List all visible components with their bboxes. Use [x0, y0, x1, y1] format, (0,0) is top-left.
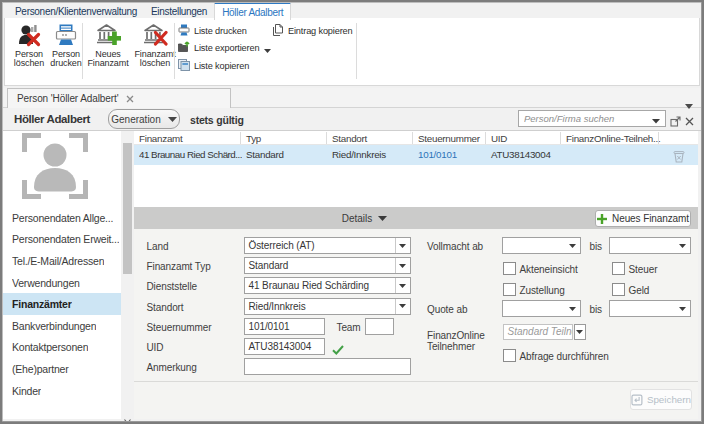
chevron-down-icon: [395, 238, 410, 253]
land-label: Land: [147, 241, 169, 252]
quote-ab-label: Quote ab: [427, 304, 467, 315]
chevron-down-icon: [395, 278, 410, 293]
column-header-finanzonline[interactable]: FinanzOnline-Teilneh...: [566, 133, 660, 144]
sidebar-item-personendaten-allgemein[interactable]: Personendaten Allge...: [2, 207, 121, 229]
akteneinsicht-checkbox[interactable]: [503, 262, 516, 275]
column-header-steuernummer[interactable]: Steuernummer: [418, 133, 480, 144]
button-label: löschen: [140, 58, 170, 68]
sidebar-item-label: Tel./E-Mail/Adressen: [12, 255, 104, 267]
scroll-down-icon[interactable]: [124, 410, 131, 424]
avatar-placeholder-icon: [22, 133, 88, 199]
person-loeschen-button[interactable]: Personlöschen: [9, 22, 49, 80]
delete-row-icon[interactable]: [673, 149, 685, 167]
column-header-standort[interactable]: Standort: [332, 133, 367, 144]
neues-finanzamt-button[interactable]: NeuesFinanzamt: [84, 22, 132, 80]
zustellung-checkbox[interactable]: [503, 283, 516, 296]
cell-steuernummer[interactable]: 101/0101: [418, 149, 457, 160]
dienststelle-combobox[interactable]: 41 Braunau Ried Schärding: [244, 277, 411, 294]
vollmacht-von-combobox[interactable]: [502, 237, 581, 254]
steuer-checkbox[interactable]: [612, 262, 625, 275]
ribbon-tab-einstellungen[interactable]: Einstellungen: [144, 2, 214, 18]
close-tab-icon[interactable]: [126, 95, 134, 103]
finanzamt-loeschen-button[interactable]: Finanzamtlöschen: [131, 22, 179, 80]
column-header-uid[interactable]: UID: [491, 133, 507, 144]
table-row-selected[interactable]: 41 Braunau Ried Schärd... Standard Ried/…: [134, 145, 698, 165]
steuernummer-input[interactable]: 101/0101: [244, 318, 325, 335]
sidebar-item-verwendungen[interactable]: Verwendungen: [2, 272, 121, 294]
chevron-down-icon: [564, 301, 580, 316]
finanzonline-teilnehmer-combobox[interactable]: Standard Teilnehmer: [503, 324, 586, 340]
sidebar-item-kontaktpersonen[interactable]: Kontaktpersonen: [2, 337, 121, 359]
sidebar-item-bankverbindungen[interactable]: Bankverbindungen: [2, 315, 121, 337]
chevron-down-icon[interactable]: [648, 110, 665, 128]
button-label: löschen: [14, 58, 44, 68]
finanzamt-typ-combobox[interactable]: Standard: [244, 257, 411, 274]
document-tab-person[interactable]: Person 'Höller Adalbert': [7, 88, 231, 108]
save-icon: [631, 394, 643, 406]
ribbon-tab-hoeller-adalbert[interactable]: Höller Adalbert: [214, 2, 291, 20]
column-header-finanzamt[interactable]: Finanzamt: [139, 133, 183, 144]
combobox-value: Ried/Innkreis: [245, 301, 395, 312]
quote-bis-combobox[interactable]: [609, 300, 691, 317]
sidebar-item-finanzaemter[interactable]: Finanzämter: [2, 293, 121, 315]
ribbon-tab-personen-klientenverwaltung[interactable]: Personen/Klientenverwaltung: [8, 2, 144, 18]
geld-checkbox[interactable]: [612, 283, 625, 296]
button-label: drucken: [50, 58, 81, 68]
details-toggle[interactable]: Details: [134, 207, 595, 229]
zustellung-label: Zustellung: [520, 285, 565, 296]
liste-kopieren-button[interactable]: Liste kopieren: [178, 57, 249, 74]
sidebar-item-kinder[interactable]: Kinder: [2, 380, 121, 402]
land-combobox[interactable]: Österreich (AT): [244, 237, 411, 254]
generation-button[interactable]: Generation: [108, 109, 180, 129]
speichern-button[interactable]: Speichern: [630, 389, 692, 410]
sidebar-item-tel-email-adressen[interactable]: Tel./E-Mail/Adressen: [2, 250, 121, 272]
column-separator: [412, 132, 413, 144]
ribbon-tab-label: Einstellungen: [151, 6, 207, 17]
export-icon: [178, 39, 190, 57]
scrollbar-thumb[interactable]: [123, 143, 132, 274]
liste-drucken-button[interactable]: Liste drucken: [178, 22, 247, 39]
sidebar-item-label: (Ehe)partner: [12, 363, 69, 375]
button-label: Neues Finanzamt: [612, 213, 689, 224]
bank-add-icon: [96, 22, 121, 48]
button-label: Speichern: [647, 394, 691, 405]
sidebar-item-personendaten-erweitert[interactable]: Personendaten Erweit...: [2, 229, 121, 251]
column-header-typ[interactable]: Typ: [246, 133, 261, 144]
uid-label: UID: [147, 342, 164, 353]
sidebar: Personendaten Allge... Personendaten Erw…: [2, 131, 121, 419]
abfrage-checkbox[interactable]: [503, 349, 516, 362]
neues-finanzamt-inline-button[interactable]: Neues Finanzamt: [595, 210, 691, 227]
liste-exportieren-button[interactable]: Liste exportieren: [178, 40, 271, 57]
cell-finanzamt: 41 Braunau Ried Schärd...: [139, 149, 242, 160]
steuernummer-label: Steuernummer: [147, 322, 212, 333]
sidebar-item-ehepartner[interactable]: (Ehe)partner: [2, 358, 121, 380]
ribbon-group-separator: [174, 23, 175, 79]
chevron-down-icon[interactable]: [574, 324, 586, 340]
close-icon[interactable]: [685, 112, 694, 130]
vollmacht-bis-combobox[interactable]: [609, 237, 691, 254]
popout-icon[interactable]: [670, 113, 681, 131]
quote-von-combobox[interactable]: [502, 300, 581, 317]
standort-combobox[interactable]: Ried/Innkreis: [244, 298, 411, 315]
ribbon-group-separator: [356, 23, 357, 79]
eintrag-kopieren-button[interactable]: Eintrag kopieren: [272, 22, 353, 39]
table-header: Finanzamt Typ Standort Steuernummer UID …: [134, 131, 698, 145]
anmerkung-input[interactable]: [244, 358, 411, 375]
chevron-down-icon: [378, 216, 387, 221]
anmerkung-label: Anmerkung: [147, 362, 197, 373]
column-separator: [658, 132, 659, 144]
uid-input[interactable]: ATU38143004: [244, 338, 325, 355]
application-window: Personen/Klientenverwaltung Einstellunge…: [0, 0, 704, 424]
combobox-value: Standard Teilnehmer: [503, 324, 573, 340]
column-separator: [560, 132, 561, 144]
sidebar-item-label: Kontaktpersonen: [12, 341, 88, 353]
chevron-down-icon: [395, 299, 410, 314]
chevron-down-icon: [564, 238, 580, 253]
tab-list-chevron-icon[interactable]: [685, 95, 693, 113]
plus-icon: [597, 214, 607, 224]
vertical-scrollbar[interactable]: [121, 131, 134, 419]
team-input[interactable]: [365, 318, 394, 335]
details-label: Details: [342, 213, 373, 224]
search-input[interactable]: [519, 113, 648, 124]
person-drucken-button[interactable]: Persondrucken: [47, 22, 85, 80]
